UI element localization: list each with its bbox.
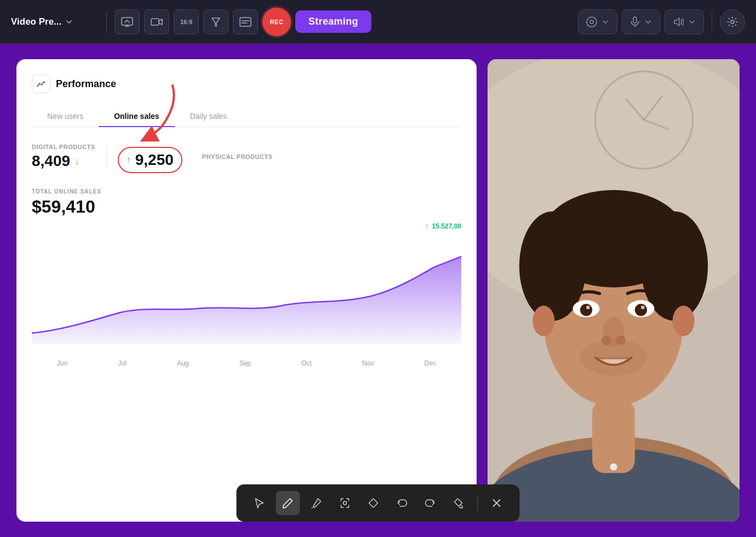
x-axis-labels: Jun Jul Aug Sep Oct Nov Dec (32, 359, 461, 367)
speaker-icon (673, 17, 684, 27)
undo-button[interactable] (390, 491, 414, 515)
svg-point-4 (590, 20, 593, 24)
microphone-button[interactable] (622, 9, 660, 35)
aspect-ratio-button[interactable]: 16:9 (174, 9, 199, 35)
svg-rect-1 (151, 19, 159, 25)
close-icon (492, 498, 502, 508)
digital-products-metric: DIGITAL PRODUCTS 8,409 ↓ (32, 144, 95, 170)
svg-rect-0 (122, 18, 133, 25)
screen-share-button[interactable] (114, 9, 140, 35)
undo-icon (397, 498, 408, 508)
x-label-jul: Jul (118, 359, 127, 367)
svg-point-27 (635, 304, 647, 316)
redo-icon (425, 498, 436, 508)
physical-products-label: PHYSICAL PRODUCTS (202, 153, 273, 160)
streaming-label: Streaming (308, 16, 358, 27)
x-label-aug: Aug (177, 359, 188, 367)
physical-products-metric: PLACEHOLDER ↑ 9,250 (118, 140, 182, 173)
main-content-area: Performance New users Online sales Daily… (0, 44, 756, 537)
camera-button[interactable] (144, 9, 169, 35)
toolbar-divider (478, 495, 478, 511)
streaming-button[interactable]: Streaming (295, 10, 371, 33)
webcam-panel (488, 59, 740, 522)
down-arrow-icon: ↓ (75, 156, 79, 167)
volume-button[interactable] (665, 9, 704, 35)
svg-point-26 (580, 304, 592, 316)
cursor-icon (254, 497, 265, 509)
rec-button[interactable]: REC (262, 8, 291, 36)
svg-point-7 (731, 20, 734, 24)
main-toolbar: Video Pre... 16:9 (0, 0, 756, 44)
panel-header: Performance (32, 75, 461, 93)
webcam-feed (488, 59, 740, 522)
gear-icon (726, 16, 738, 28)
physical-label-right: PHYSICAL PRODUCTS (202, 153, 273, 160)
legend-arrow-icon: ↑ (426, 222, 429, 230)
svg-rect-5 (633, 17, 637, 23)
annotation-toolbar (237, 484, 520, 522)
frame-tool-button[interactable] (333, 491, 357, 515)
dashboard-panel: Performance New users Online sales Daily… (16, 59, 477, 522)
project-title[interactable]: Video Pre... (11, 16, 99, 27)
sales-chart (32, 235, 461, 355)
redo-button[interactable] (419, 491, 443, 515)
up-arrow-icon: ↑ (127, 155, 131, 165)
close-button[interactable] (485, 491, 509, 515)
legend-value: 15.527,00 (432, 222, 461, 230)
svg-point-29 (641, 306, 645, 310)
microphone-icon (630, 16, 640, 27)
pen-tool-button[interactable] (276, 491, 300, 515)
diamond-icon (368, 498, 379, 509)
x-label-oct: Oct (301, 359, 312, 367)
toolbar-right-section (578, 9, 745, 35)
svg-point-34 (610, 463, 617, 470)
pen-icon (283, 498, 294, 509)
rec-label: REC (270, 19, 284, 25)
total-sales-value: $59,410 (32, 197, 461, 217)
tab-online-sales[interactable]: Online sales (99, 106, 174, 127)
title-text: Video Pre... (11, 16, 61, 27)
tab-bar: New users Online sales Daily sales (32, 106, 461, 127)
marker-tool-button[interactable] (305, 491, 329, 515)
metrics-row: DIGITAL PRODUCTS 8,409 ↓ PLACEHOLDER ↑ 9… (32, 140, 461, 173)
fill-tool-button[interactable] (447, 491, 471, 515)
shape-tool-button[interactable] (362, 491, 386, 515)
marker-icon (311, 498, 322, 509)
divider-1 (106, 11, 107, 33)
total-sales-section: TOTAL ONLINE SALES $59,410 (32, 188, 461, 217)
chevron-down-icon (688, 18, 696, 26)
highlight-circle: ↑ 9,250 (118, 147, 182, 173)
svg-point-23 (673, 306, 695, 336)
select-tool-button[interactable] (248, 491, 272, 515)
svg-rect-17 (592, 400, 635, 473)
svg-point-3 (587, 17, 597, 27)
tab-new-users[interactable]: New users (32, 106, 99, 127)
physical-value: 9,250 (135, 151, 174, 169)
chart-legend: ↑ 15.527,00 (32, 222, 461, 230)
chevron-down-icon (65, 18, 73, 26)
chevron-down-icon (644, 18, 652, 26)
total-sales-label: TOTAL ONLINE SALES (32, 188, 461, 195)
chart-svg (32, 235, 461, 344)
x-label-jun: Jun (57, 359, 67, 367)
bucket-icon (454, 498, 465, 509)
output-button[interactable] (578, 9, 617, 35)
settings-button[interactable] (720, 9, 745, 35)
divider-2 (712, 11, 712, 33)
caption-button[interactable] (233, 9, 258, 35)
metric-divider (106, 146, 107, 168)
filter-button[interactable] (203, 9, 228, 35)
x-label-dec: Dec (425, 359, 436, 367)
digital-value: 8,409 (32, 152, 70, 170)
frame-icon (340, 498, 351, 509)
svg-point-22 (532, 306, 554, 336)
svg-point-33 (580, 339, 647, 376)
svg-point-28 (586, 306, 590, 310)
x-label-nov: Nov (362, 359, 374, 367)
disc-icon (586, 16, 597, 27)
tab-daily-sales[interactable]: Daily sales (175, 106, 243, 127)
panel-title: Performance (56, 78, 116, 90)
x-label-sep: Sep (239, 359, 251, 367)
digital-label: DIGITAL PRODUCTS (32, 144, 95, 150)
chevron-down-icon (602, 18, 609, 26)
